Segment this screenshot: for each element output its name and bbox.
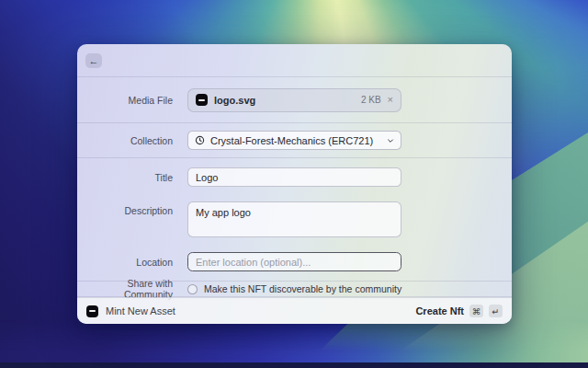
back-button[interactable]: ←	[85, 53, 102, 68]
file-type-icon	[196, 94, 208, 106]
window-header: ←	[77, 44, 512, 77]
location-label: Location	[77, 257, 173, 268]
create-nft-button[interactable]: Create Nft ⌘ ↵	[415, 305, 503, 317]
app-icon	[86, 305, 98, 317]
media-file-row: Media File logo.svg 2 KB ×	[77, 77, 512, 123]
command-key-icon: ⌘	[469, 305, 483, 317]
create-nft-label: Create Nft	[415, 305, 464, 316]
file-name: logo.svg	[214, 95, 255, 106]
wallpaper-bottom-band	[0, 320, 588, 368]
collection-row: Collection Crystal-Forest-Mechanics (ERC…	[77, 123, 512, 158]
collection-select[interactable]: Crystal-Forest-Mechanics (ERC721)	[187, 131, 401, 150]
share-checkbox-label: Make this NFT discoverable by the commun…	[204, 283, 401, 294]
title-label: Title	[77, 172, 173, 183]
collection-label: Collection	[77, 135, 173, 146]
title-row: Title	[77, 167, 512, 187]
window-footer: Mint New Asset Create Nft ⌘ ↵	[77, 297, 512, 324]
footer-app-name: Mint New Asset	[106, 305, 175, 316]
chevron-down-icon	[387, 137, 394, 144]
location-input[interactable]	[187, 252, 401, 271]
desktop: ← Media File logo.svg 2 KB × Collection	[0, 0, 588, 368]
file-size: 2 KB	[361, 95, 381, 105]
collection-selected-value: Crystal-Forest-Mechanics (ERC721)	[210, 135, 373, 146]
description-input[interactable]: My app logo	[187, 201, 401, 237]
description-label: Description	[77, 201, 173, 216]
title-input[interactable]	[187, 167, 401, 187]
details-section: Title Description My app logo Location	[77, 158, 512, 282]
remove-file-icon[interactable]: ×	[388, 95, 393, 105]
wallpaper-bottom-bar	[0, 362, 588, 368]
return-key-icon: ↵	[489, 305, 503, 317]
share-row: Share with Community Make this NFT disco…	[77, 282, 512, 297]
media-file-label: Media File	[77, 95, 173, 106]
location-row: Location	[77, 252, 512, 271]
description-row: Description My app logo	[77, 201, 512, 237]
footer-app: Mint New Asset	[86, 305, 175, 317]
clock-icon	[195, 135, 205, 145]
mint-asset-window: ← Media File logo.svg 2 KB × Collection	[77, 44, 512, 324]
share-checkbox[interactable]	[187, 284, 198, 294]
media-file-chip[interactable]: logo.svg 2 KB ×	[187, 88, 401, 112]
back-arrow-icon: ←	[89, 55, 99, 66]
